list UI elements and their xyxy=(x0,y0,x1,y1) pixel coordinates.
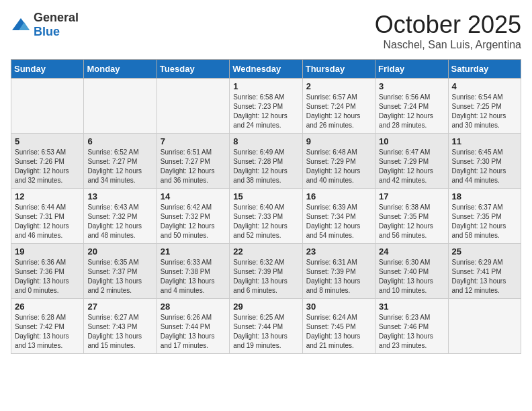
calendar-cell: 13Sunrise: 6:43 AM Sunset: 7:32 PM Dayli… xyxy=(84,189,157,244)
logo-text: General Blue xyxy=(34,11,79,39)
calendar-cell: 2Sunrise: 6:57 AM Sunset: 7:24 PM Daylig… xyxy=(302,79,375,134)
day-info: Sunrise: 6:51 AM Sunset: 7:27 PM Dayligh… xyxy=(161,148,226,185)
calendar-cell: 3Sunrise: 6:56 AM Sunset: 7:24 PM Daylig… xyxy=(375,79,448,134)
calendar-cell: 16Sunrise: 6:39 AM Sunset: 7:34 PM Dayli… xyxy=(302,189,375,244)
header-wednesday: Wednesday xyxy=(230,60,302,79)
day-number: 28 xyxy=(161,302,226,312)
day-info: Sunrise: 6:32 AM Sunset: 7:39 PM Dayligh… xyxy=(233,258,298,295)
day-number: 13 xyxy=(87,191,152,201)
day-number: 10 xyxy=(379,136,444,146)
week-row-5: 26Sunrise: 6:28 AM Sunset: 7:42 PM Dayli… xyxy=(11,299,521,354)
day-number: 18 xyxy=(452,191,517,201)
logo-general: General xyxy=(34,11,79,24)
day-info: Sunrise: 6:23 AM Sunset: 7:46 PM Dayligh… xyxy=(379,313,444,351)
calendar-cell: 26Sunrise: 6:28 AM Sunset: 7:42 PM Dayli… xyxy=(11,299,84,354)
calendar-cell: 19Sunrise: 6:36 AM Sunset: 7:36 PM Dayli… xyxy=(11,244,84,299)
header-tuesday: Tuesday xyxy=(157,60,229,79)
day-number: 4 xyxy=(452,81,517,91)
calendar-cell xyxy=(84,79,157,134)
day-number: 12 xyxy=(15,191,80,201)
day-number: 11 xyxy=(452,136,517,146)
day-info: Sunrise: 6:35 AM Sunset: 7:37 PM Dayligh… xyxy=(87,258,152,295)
day-number: 24 xyxy=(379,246,444,257)
header-saturday: Saturday xyxy=(448,60,521,79)
day-info: Sunrise: 6:43 AM Sunset: 7:32 PM Dayligh… xyxy=(87,203,152,240)
day-number: 31 xyxy=(379,302,444,312)
day-number: 22 xyxy=(233,246,298,257)
week-row-1: 1Sunrise: 6:58 AM Sunset: 7:23 PM Daylig… xyxy=(11,79,521,134)
logo-icon xyxy=(11,17,31,33)
day-number: 3 xyxy=(379,81,444,91)
day-info: Sunrise: 6:33 AM Sunset: 7:38 PM Dayligh… xyxy=(161,258,226,295)
day-number: 20 xyxy=(87,246,152,257)
title-block: October 2025 Naschel, San Luis, Argentin… xyxy=(375,11,521,51)
calendar-cell: 17Sunrise: 6:38 AM Sunset: 7:35 PM Dayli… xyxy=(375,189,448,244)
calendar-cell: 28Sunrise: 6:26 AM Sunset: 7:44 PM Dayli… xyxy=(157,299,229,354)
calendar-cell: 15Sunrise: 6:40 AM Sunset: 7:33 PM Dayli… xyxy=(230,189,302,244)
day-info: Sunrise: 6:26 AM Sunset: 7:44 PM Dayligh… xyxy=(161,313,226,351)
day-number: 16 xyxy=(306,191,371,201)
day-info: Sunrise: 6:56 AM Sunset: 7:24 PM Dayligh… xyxy=(379,93,444,130)
day-info: Sunrise: 6:42 AM Sunset: 7:32 PM Dayligh… xyxy=(161,203,226,240)
logo-blue: Blue xyxy=(34,25,60,38)
calendar-cell: 4Sunrise: 6:54 AM Sunset: 7:25 PM Daylig… xyxy=(448,79,521,134)
calendar-cell: 20Sunrise: 6:35 AM Sunset: 7:37 PM Dayli… xyxy=(84,244,157,299)
day-info: Sunrise: 6:53 AM Sunset: 7:26 PM Dayligh… xyxy=(15,148,80,185)
calendar-cell: 18Sunrise: 6:37 AM Sunset: 7:35 PM Dayli… xyxy=(448,189,521,244)
day-info: Sunrise: 6:38 AM Sunset: 7:35 PM Dayligh… xyxy=(379,203,444,240)
day-number: 27 xyxy=(87,302,152,312)
day-info: Sunrise: 6:30 AM Sunset: 7:40 PM Dayligh… xyxy=(379,258,444,295)
day-info: Sunrise: 6:58 AM Sunset: 7:23 PM Dayligh… xyxy=(233,93,298,130)
calendar-cell: 9Sunrise: 6:48 AM Sunset: 7:29 PM Daylig… xyxy=(302,134,375,189)
day-number: 2 xyxy=(306,81,371,91)
day-number: 25 xyxy=(452,246,517,257)
calendar-cell: 29Sunrise: 6:25 AM Sunset: 7:44 PM Dayli… xyxy=(230,299,302,354)
week-row-4: 19Sunrise: 6:36 AM Sunset: 7:36 PM Dayli… xyxy=(11,244,521,299)
day-number: 21 xyxy=(161,246,226,257)
day-info: Sunrise: 6:29 AM Sunset: 7:41 PM Dayligh… xyxy=(452,258,517,295)
day-info: Sunrise: 6:27 AM Sunset: 7:43 PM Dayligh… xyxy=(87,313,152,351)
calendar-cell xyxy=(448,299,521,354)
day-number: 14 xyxy=(161,191,226,201)
header-thursday: Thursday xyxy=(302,60,375,79)
calendar-cell xyxy=(157,79,229,134)
day-info: Sunrise: 6:52 AM Sunset: 7:27 PM Dayligh… xyxy=(87,148,152,185)
calendar-cell: 7Sunrise: 6:51 AM Sunset: 7:27 PM Daylig… xyxy=(157,134,229,189)
day-info: Sunrise: 6:45 AM Sunset: 7:30 PM Dayligh… xyxy=(452,148,517,185)
day-number: 8 xyxy=(233,136,298,146)
week-row-2: 5Sunrise: 6:53 AM Sunset: 7:26 PM Daylig… xyxy=(11,134,521,189)
day-info: Sunrise: 6:49 AM Sunset: 7:28 PM Dayligh… xyxy=(233,148,298,185)
day-number: 1 xyxy=(233,81,298,91)
day-number: 6 xyxy=(87,136,152,146)
day-number: 23 xyxy=(306,246,371,257)
day-info: Sunrise: 6:48 AM Sunset: 7:29 PM Dayligh… xyxy=(306,148,371,185)
header-friday: Friday xyxy=(375,60,448,79)
calendar-cell: 6Sunrise: 6:52 AM Sunset: 7:27 PM Daylig… xyxy=(84,134,157,189)
day-number: 7 xyxy=(161,136,226,146)
month-title: October 2025 xyxy=(375,11,521,39)
day-info: Sunrise: 6:47 AM Sunset: 7:29 PM Dayligh… xyxy=(379,148,444,185)
day-info: Sunrise: 6:54 AM Sunset: 7:25 PM Dayligh… xyxy=(452,93,517,130)
page-header: General Blue October 2025 Naschel, San L… xyxy=(11,11,521,51)
week-row-3: 12Sunrise: 6:44 AM Sunset: 7:31 PM Dayli… xyxy=(11,189,521,244)
day-info: Sunrise: 6:37 AM Sunset: 7:35 PM Dayligh… xyxy=(452,203,517,240)
day-info: Sunrise: 6:25 AM Sunset: 7:44 PM Dayligh… xyxy=(233,313,298,351)
header-sunday: Sunday xyxy=(11,60,84,79)
calendar-cell: 22Sunrise: 6:32 AM Sunset: 7:39 PM Dayli… xyxy=(230,244,302,299)
day-number: 29 xyxy=(233,302,298,312)
day-info: Sunrise: 6:28 AM Sunset: 7:42 PM Dayligh… xyxy=(15,313,80,351)
day-info: Sunrise: 6:57 AM Sunset: 7:24 PM Dayligh… xyxy=(306,93,371,130)
calendar-cell: 23Sunrise: 6:31 AM Sunset: 7:39 PM Dayli… xyxy=(302,244,375,299)
calendar-cell: 10Sunrise: 6:47 AM Sunset: 7:29 PM Dayli… xyxy=(375,134,448,189)
location-title: Naschel, San Luis, Argentina xyxy=(375,39,521,51)
header-monday: Monday xyxy=(84,60,157,79)
calendar-cell: 8Sunrise: 6:49 AM Sunset: 7:28 PM Daylig… xyxy=(230,134,302,189)
calendar-cell: 25Sunrise: 6:29 AM Sunset: 7:41 PM Dayli… xyxy=(448,244,521,299)
calendar-cell: 1Sunrise: 6:58 AM Sunset: 7:23 PM Daylig… xyxy=(230,79,302,134)
day-number: 17 xyxy=(379,191,444,201)
calendar-cell: 24Sunrise: 6:30 AM Sunset: 7:40 PM Dayli… xyxy=(375,244,448,299)
calendar-cell: 11Sunrise: 6:45 AM Sunset: 7:30 PM Dayli… xyxy=(448,134,521,189)
calendar-header-row: SundayMondayTuesdayWednesdayThursdayFrid… xyxy=(11,60,521,79)
calendar-cell: 31Sunrise: 6:23 AM Sunset: 7:46 PM Dayli… xyxy=(375,299,448,354)
logo: General Blue xyxy=(11,11,79,39)
